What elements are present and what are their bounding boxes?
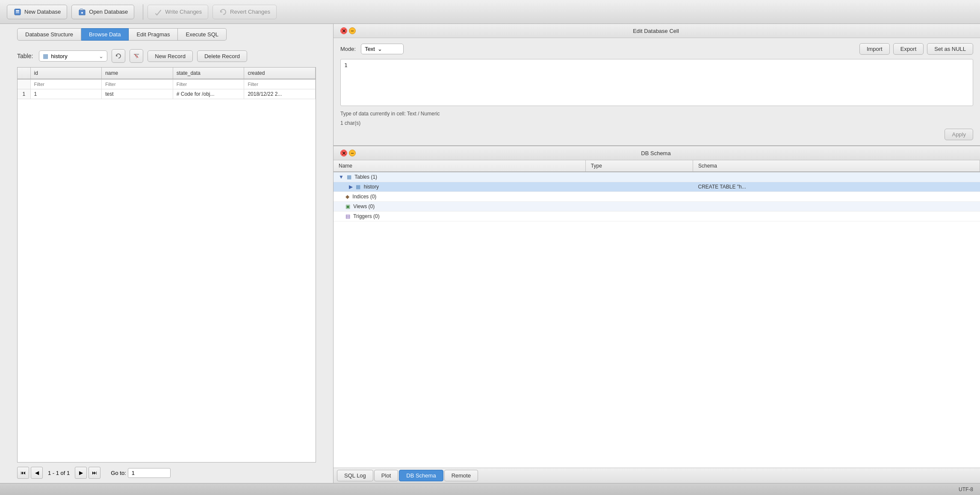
goto-label: Go to: [111,470,126,476]
cell-state-data[interactable]: # Code for /obj... [173,89,244,99]
edit-cell-panel-title: Edit Database Cell [633,28,679,34]
tab-db-schema[interactable]: DB Schema [399,470,443,481]
list-item[interactable]: ▼ ▦ Tables (1) [334,172,980,182]
toolbar-separator [143,4,143,20]
mode-select-arrow: ⌄ [378,46,382,52]
schema-col-schema: Schema [693,160,980,172]
export-button[interactable]: Export [893,43,924,55]
tab-sql-log[interactable]: SQL Log [337,470,373,481]
schema-tables-type [585,172,693,182]
left-panel: Database Structure Browse Data Edit Prag… [0,24,334,483]
revert-changes-label: Revert Changes [230,9,270,15]
col-header-state-data[interactable]: state_data [173,68,244,79]
next-page-button[interactable]: ▶ [75,467,87,479]
status-bar: UTF-8 [0,483,980,495]
col-header-name[interactable]: name [102,68,173,79]
col-header-id[interactable]: id [30,68,102,79]
schema-history-name: ▶ ▦ history [334,182,585,192]
new-database-label: New Database [24,9,61,15]
right-panel: ✕ − Edit Database Cell Mode: Text ⌄ Impo… [334,24,980,483]
table-dropdown-arrow: ⌄ [99,53,103,59]
apply-button[interactable]: Apply [945,129,973,140]
apply-row: Apply [340,129,973,140]
import-button[interactable]: Import [859,43,890,55]
filter-id-input[interactable] [34,82,98,87]
edit-cell-close-button[interactable]: ✕ [340,27,347,34]
new-database-button[interactable]: New Database [7,5,67,19]
db-schema-panel-header: ✕ − DB Schema [334,146,980,160]
new-database-icon [13,8,22,16]
main-content: Database Structure Browse Data Edit Prag… [0,24,980,483]
list-item[interactable]: ▤ Triggers (0) [334,212,980,221]
chevron-right-icon: ▶ [349,184,353,190]
write-changes-label: Write Changes [165,9,202,15]
encoding-label: UTF-8 [959,486,973,492]
db-schema-window-controls: ✕ − [340,150,356,156]
db-schema-panel: ✕ − DB Schema Name Type Schema [334,146,980,483]
tab-plot[interactable]: Plot [374,470,398,481]
last-page-button[interactable]: ⏭ [89,467,100,479]
cell-id[interactable]: 1 [30,89,102,99]
table-icon: ▦ [43,53,48,59]
col-header-created[interactable]: created [244,68,316,79]
table-label: Table: [17,53,33,59]
toolbar: New Database Open Database Write Changes… [0,0,980,24]
cell-type-info: Type of data currently in cell: Text / N… [340,111,973,117]
tab-bar: Database Structure Browse Data Edit Prag… [0,24,333,45]
clear-filter-button[interactable] [130,49,143,63]
open-database-button[interactable]: Open Database [71,5,134,19]
new-record-button[interactable]: New Record [148,50,193,62]
chevron-down-icon: ▼ [339,174,344,180]
schema-indices-name: ◆ Indices (0) [334,192,585,202]
schema-column-header-row: Name Type Schema [334,160,980,172]
set-null-button[interactable]: Set as NULL [927,43,973,55]
data-grid-container: id name state_data created [17,67,316,463]
list-item[interactable]: ▶ ▦ history CREATE TABLE "h... [334,182,980,192]
edit-cell-body: Mode: Text ⌄ Import Export Set as NU [334,38,980,145]
revert-changes-button[interactable]: Revert Changes [213,5,277,19]
filter-row-num [18,79,30,89]
filter-created-input[interactable] [248,82,312,87]
mode-label: Mode: [340,46,356,52]
svg-rect-2 [16,12,19,13]
filter-name-input[interactable] [105,82,169,87]
cell-name[interactable]: test [102,89,173,99]
schema-triggers-type [585,212,693,221]
db-schema-minimize-button[interactable]: − [349,150,356,156]
table-controls: Table: ▦ history ⌄ New Record Delete Rec… [0,45,333,67]
row-num-header [18,68,30,79]
column-header-row: id name state_data created [18,68,316,79]
tab-edit-pragmas[interactable]: Edit Pragmas [129,28,178,41]
pagination: ⏮ ◀ 1 - 1 of 1 ▶ ⏭ Go to: [0,463,333,483]
index-icon: ◆ [345,194,349,200]
filter-name-cell [102,79,173,89]
mode-buttons: Import Export Set as NULL [859,43,973,55]
db-schema-close-button[interactable]: ✕ [340,150,347,156]
goto-input[interactable] [128,468,171,478]
list-item[interactable]: ◆ Indices (0) [334,192,980,202]
tab-browse-data[interactable]: Browse Data [81,28,129,41]
first-page-button[interactable]: ⏮ [17,467,29,479]
write-changes-icon [154,8,162,16]
db-schema-panel-title: DB Schema [641,150,670,156]
table-row[interactable]: 1 1 test # Code for /obj... 2018/12/22 2… [18,89,316,99]
list-item[interactable]: ▣ Views (0) [334,202,980,212]
cell-value-textarea[interactable]: 1 [340,59,973,106]
filter-state-data-input[interactable] [177,82,241,87]
page-info: 1 - 1 of 1 [48,470,70,476]
tab-remote[interactable]: Remote [444,470,478,481]
tab-database-structure[interactable]: Database Structure [17,28,81,41]
refresh-button[interactable] [112,49,125,63]
edit-cell-minimize-button[interactable]: − [349,27,356,34]
table-select[interactable]: ▦ history ⌄ [39,50,107,62]
open-database-label: Open Database [89,9,128,15]
tab-execute-sql[interactable]: Execute SQL [178,28,227,41]
mode-select[interactable]: Text ⌄ [361,44,404,54]
cell-created[interactable]: 2018/12/22 2... [244,89,316,99]
trigger-icon: ▤ [345,213,350,219]
delete-record-button[interactable]: Delete Record [197,50,247,62]
svg-rect-1 [16,10,19,12]
write-changes-button[interactable]: Write Changes [148,5,208,19]
schema-views-schema [693,202,980,212]
prev-page-button[interactable]: ◀ [31,467,43,479]
